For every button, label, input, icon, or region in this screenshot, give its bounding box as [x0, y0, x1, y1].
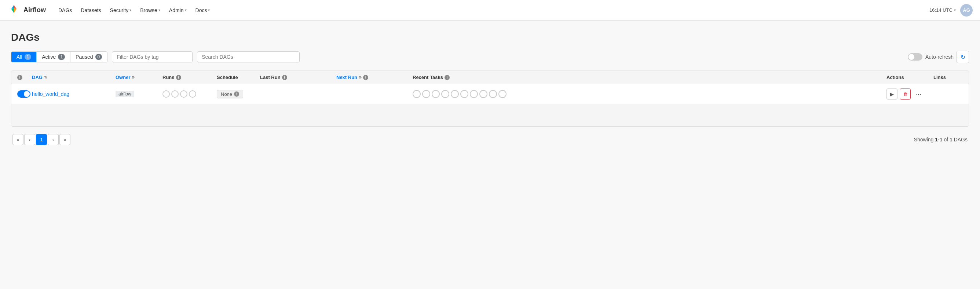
security-chevron-icon: ▾ [129, 8, 131, 12]
trigger-dag-button[interactable]: ▶ [886, 88, 897, 99]
dag-enabled-cell [17, 90, 29, 98]
filter-bar: All 1 Active 1 Paused 0 Auto-refresh ↻ [11, 51, 969, 63]
owner-sort-icon: ⇅ [132, 75, 135, 79]
svg-marker-1 [11, 5, 14, 9]
airflow-logo-icon [7, 4, 21, 17]
refresh-button[interactable]: ↻ [956, 51, 969, 63]
page-title: DAGs [11, 32, 969, 43]
th-owner-label: Owner [116, 75, 130, 80]
dag-schedule-cell: None i [217, 90, 257, 98]
navbar-right: 16:14 UTC ▾ AG [929, 4, 973, 16]
th-actions: Actions [886, 75, 931, 80]
runs-info-icon[interactable]: i [176, 75, 181, 80]
dag-toggle[interactable] [17, 90, 30, 98]
run-circle-3 [180, 90, 188, 98]
task-circle-1 [413, 90, 421, 98]
first-page-button[interactable]: « [13, 134, 24, 145]
th-info: i [17, 75, 29, 80]
filter-tab-active[interactable]: Active 1 [37, 52, 70, 62]
schedule-badge: None i [217, 90, 243, 98]
th-links-label: Links [934, 75, 946, 80]
last-run-info-icon[interactable]: i [282, 75, 287, 80]
task-circle-10 [498, 90, 506, 98]
auto-refresh-section: Auto-refresh ↻ [908, 51, 969, 63]
svg-marker-3 [14, 8, 16, 13]
th-runs: Runs i [162, 75, 214, 80]
nav-browse[interactable]: Browse ▾ [137, 5, 164, 16]
task-circle-9 [489, 90, 497, 98]
th-dag[interactable]: DAG ⇅ [32, 75, 113, 80]
th-last-run-label: Last Run [260, 75, 281, 80]
dag-name-cell: hello_world_dag [32, 91, 113, 97]
task-circle-2 [422, 90, 430, 98]
schedule-info-icon[interactable]: i [234, 91, 239, 97]
th-actions-label: Actions [886, 75, 904, 80]
delete-dag-button[interactable]: 🗑 [900, 88, 911, 99]
tag-filter-input[interactable] [112, 51, 192, 62]
task-circle-4 [441, 90, 449, 98]
nav-admin[interactable]: Admin ▾ [165, 5, 190, 16]
run-circle-1 [162, 90, 170, 98]
pagination-bar: « ‹ 1 › » Showing 1-1 of 1 DAGs [11, 134, 969, 145]
th-recent-tasks: Recent Tasks i [413, 75, 883, 80]
th-runs-label: Runs [162, 75, 175, 80]
dag-name-link[interactable]: hello_world_dag [32, 91, 69, 97]
next-run-sort-icon: ⇅ [359, 75, 362, 79]
run-circle-2 [171, 90, 179, 98]
filter-tab-all[interactable]: All 1 [11, 52, 37, 62]
dag-actions-cell: ▶ 🗑 ⋯ [886, 88, 931, 99]
prev-page-button[interactable]: ‹ [24, 134, 35, 145]
nav-datasets[interactable]: Datasets [77, 5, 105, 16]
recent-tasks-info-icon[interactable]: i [444, 75, 450, 80]
main-content: DAGs All 1 Active 1 Paused 0 Auto-refres… [0, 21, 980, 289]
filter-tab-paused[interactable]: Paused 0 [70, 52, 107, 62]
dag-recent-tasks-cell [413, 90, 883, 98]
schedule-label: None [221, 91, 232, 97]
th-next-run[interactable]: Next Run ⇅ i [336, 75, 410, 80]
time-display[interactable]: 16:14 UTC ▾ [929, 7, 956, 13]
task-circle-7 [470, 90, 478, 98]
navbar: Airflow DAGs Datasets Security ▾ Browse … [0, 0, 980, 21]
search-input[interactable] [197, 51, 300, 62]
nav-links: DAGs Datasets Security ▾ Browse ▾ Admin … [55, 5, 921, 16]
owner-tag: airflow [116, 91, 134, 97]
next-page-button[interactable]: › [48, 134, 59, 145]
nav-dags[interactable]: DAGs [55, 5, 76, 16]
last-page-button[interactable]: » [59, 134, 70, 145]
more-actions-button[interactable]: ⋯ [913, 88, 924, 99]
th-schedule: Schedule [217, 75, 257, 80]
brand-name: Airflow [24, 6, 46, 14]
svg-marker-0 [14, 5, 16, 9]
time-chevron-icon: ▾ [954, 8, 956, 12]
table-row: hello_world_dag airflow None i [11, 84, 969, 104]
th-links: Links [934, 75, 963, 80]
th-recent-tasks-label: Recent Tasks [413, 75, 443, 80]
table-header: i DAG ⇅ Owner ⇅ Runs i Schedule Last Run… [11, 71, 969, 84]
showing-text: Showing 1-1 of 1 DAGs [914, 137, 967, 142]
th-dag-label: DAG [32, 75, 43, 80]
browse-chevron-icon: ▾ [158, 8, 160, 12]
auto-refresh-label: Auto-refresh [925, 54, 954, 60]
nav-security[interactable]: Security ▾ [107, 5, 135, 16]
nav-docs[interactable]: Docs ▾ [192, 5, 214, 16]
next-run-info-icon[interactable]: i [363, 75, 368, 80]
admin-chevron-icon: ▾ [185, 8, 187, 12]
brand-logo[interactable]: Airflow [7, 4, 46, 17]
dag-table: i DAG ⇅ Owner ⇅ Runs i Schedule Last Run… [11, 70, 969, 127]
dag-sort-icon: ⇅ [44, 75, 47, 79]
pagination: « ‹ 1 › » [13, 134, 70, 145]
empty-row [11, 104, 969, 126]
current-page-button[interactable]: 1 [36, 134, 47, 145]
task-circle-3 [432, 90, 440, 98]
th-schedule-label: Schedule [217, 75, 238, 80]
user-avatar[interactable]: AG [960, 4, 973, 16]
th-last-run: Last Run i [260, 75, 333, 80]
th-next-run-label: Next Run [336, 75, 357, 80]
th-owner[interactable]: Owner ⇅ [116, 75, 159, 80]
auto-refresh-toggle[interactable] [908, 53, 923, 61]
dag-owner-cell: airflow [116, 91, 159, 97]
docs-chevron-icon: ▾ [208, 8, 210, 12]
task-circle-6 [460, 90, 468, 98]
header-info-icon[interactable]: i [17, 75, 22, 80]
dag-runs-cell [162, 90, 214, 98]
